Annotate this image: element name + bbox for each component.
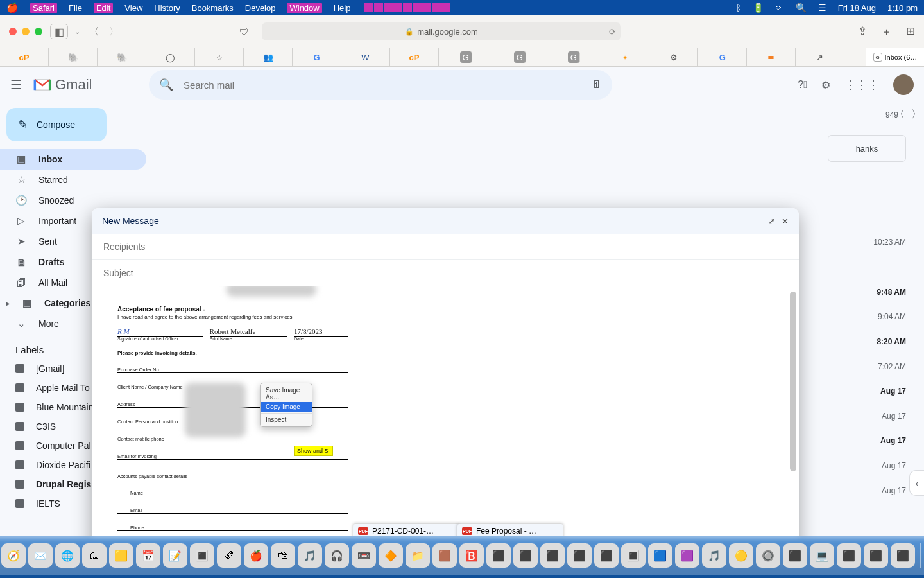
fav-g3[interactable]: G bbox=[514, 51, 526, 63]
search-options-icon[interactable]: 🎚 bbox=[592, 79, 602, 91]
support-icon[interactable]: ?⃝ bbox=[798, 79, 807, 91]
chevron-down-icon[interactable]: ⌄ bbox=[74, 28, 80, 36]
address-bar[interactable]: 🔒 mail.google.com ⟳ bbox=[262, 22, 621, 40]
account-avatar[interactable] bbox=[893, 74, 914, 95]
fav-harvest[interactable]: ◯ bbox=[146, 48, 195, 66]
fav-google1[interactable]: G bbox=[293, 48, 341, 66]
subject-row[interactable] bbox=[92, 260, 799, 286]
menubar-date[interactable]: Fri 18 Aug bbox=[838, 3, 876, 13]
dock-app[interactable]: 🔳 bbox=[190, 543, 214, 568]
dock-app[interactable]: ⬛ bbox=[567, 543, 592, 568]
minimize-icon[interactable]: — bbox=[753, 216, 762, 226]
minimize-window-button[interactable] bbox=[22, 28, 30, 35]
dock-app[interactable]: ⬛ bbox=[513, 543, 538, 568]
dock-app[interactable]: 🎵 bbox=[298, 543, 322, 568]
dock-app[interactable]: 🍎 bbox=[244, 543, 268, 568]
dock-app[interactable]: 🟫 bbox=[432, 543, 457, 568]
dock-app[interactable]: ⬛ bbox=[486, 543, 511, 568]
tab-overview-icon[interactable]: ⊞ bbox=[906, 24, 915, 39]
fav-misc3[interactable]: ↗ bbox=[796, 48, 844, 66]
fav-misc1[interactable]: 🔸 bbox=[601, 48, 649, 66]
fav-cpanel2[interactable]: cP bbox=[390, 48, 439, 66]
dock-app[interactable]: 🔳 bbox=[621, 543, 646, 568]
dock-app[interactable]: 📅 bbox=[136, 543, 160, 568]
sidebar-item-starred[interactable]: ☆Starred bbox=[0, 170, 146, 190]
ctx-save-image[interactable]: Save Image As… bbox=[261, 385, 312, 402]
dock-app[interactable]: ⬛ bbox=[864, 543, 888, 568]
recipients-input[interactable] bbox=[102, 241, 789, 252]
dock-app[interactable]: 🟡 bbox=[729, 543, 753, 568]
menu-develop[interactable]: Develop bbox=[245, 3, 276, 13]
dock-app[interactable]: 📝 bbox=[163, 543, 187, 568]
dock-app[interactable]: 🎧 bbox=[325, 543, 349, 568]
fav-misc2[interactable]: ⚙ bbox=[649, 48, 698, 66]
close-window-button[interactable] bbox=[9, 28, 17, 35]
wifi-icon[interactable]: ᯤ bbox=[775, 3, 784, 13]
browser-tab-inbox[interactable]: G Inbox (6… bbox=[866, 48, 924, 66]
bluetooth-icon[interactable]: ᛒ bbox=[736, 3, 741, 13]
sidebar-item-inbox[interactable]: ▣Inbox bbox=[0, 149, 146, 170]
menu-app[interactable]: Safari bbox=[30, 3, 57, 13]
dock-app[interactable]: 📼 bbox=[352, 543, 376, 568]
fav-pma2[interactable]: 🐘 bbox=[98, 48, 146, 66]
show-and-sign-button[interactable]: Show and Si bbox=[294, 446, 333, 456]
search-bar[interactable]: 🔍 🎚 bbox=[149, 70, 612, 100]
dock-app[interactable]: 🟦 bbox=[648, 543, 672, 568]
dock-app[interactable]: 🟨 bbox=[109, 543, 133, 568]
menu-view[interactable]: View bbox=[124, 3, 142, 13]
google-apps-icon[interactable]: ⋮⋮⋮ bbox=[844, 78, 879, 92]
subject-input[interactable] bbox=[102, 267, 789, 279]
side-panel-toggle[interactable]: ‹ bbox=[909, 470, 924, 496]
prev-page-button[interactable]: 〈 bbox=[894, 108, 905, 121]
next-page-button[interactable]: 〉 bbox=[911, 108, 921, 121]
control-center-icon[interactable]: ☰ bbox=[818, 3, 826, 13]
dock-app[interactable]: ⬛ bbox=[891, 543, 915, 568]
fav-stackoverflow[interactable]: ≣ bbox=[747, 48, 796, 66]
gmail-logo[interactable]: Gmail bbox=[33, 76, 149, 93]
main-menu-icon[interactable]: ☰ bbox=[10, 77, 24, 92]
dock-app[interactable]: 🗞 bbox=[217, 543, 241, 568]
dock-app[interactable]: ✉️ bbox=[28, 543, 53, 568]
macos-menubar[interactable]: 🍎 Safari File Edit View History Bookmark… bbox=[0, 0, 924, 15]
fav-pma1[interactable]: 🐘 bbox=[49, 48, 98, 66]
fav-people[interactable]: 👥 bbox=[244, 48, 293, 66]
dock-app[interactable]: 🔶 bbox=[379, 543, 403, 568]
reload-icon[interactable]: ⟳ bbox=[609, 27, 616, 37]
spotlight-icon[interactable]: 🔍 bbox=[796, 3, 807, 13]
dock-app[interactable]: 🛍 bbox=[271, 543, 295, 568]
compose-scrollbar[interactable] bbox=[790, 292, 796, 471]
ctx-copy-image[interactable]: Copy Image bbox=[261, 402, 312, 412]
dock-app[interactable]: 🎵 bbox=[702, 543, 726, 568]
embedded-document[interactable]: Acceptance of fee proposal - I have read… bbox=[117, 306, 348, 548]
dock-app[interactable]: ⬛ bbox=[837, 543, 861, 568]
dock-app[interactable]: 🟪 bbox=[675, 543, 699, 568]
dock-app[interactable]: ⬛ bbox=[594, 543, 619, 568]
fav-google2[interactable]: G bbox=[698, 48, 747, 66]
settings-icon[interactable]: ⚙ bbox=[821, 79, 830, 91]
dock-app[interactable]: 💻 bbox=[810, 543, 834, 568]
apple-menu-icon[interactable]: 🍎 bbox=[6, 2, 19, 13]
ctx-inspect[interactable]: Inspect bbox=[261, 415, 312, 425]
menu-edit[interactable]: Edit bbox=[94, 3, 113, 13]
fav-g2[interactable]: G bbox=[460, 51, 472, 63]
back-button[interactable]: 〈 bbox=[84, 26, 104, 38]
menu-help[interactable]: Help bbox=[334, 3, 351, 13]
new-tab-icon[interactable]: ＋ bbox=[881, 24, 892, 39]
fullscreen-window-button[interactable] bbox=[35, 28, 42, 35]
compose-body[interactable]: Acceptance of fee proposal - I have read… bbox=[92, 286, 799, 555]
dock-app[interactable]: 🧭 bbox=[1, 543, 26, 568]
expand-icon[interactable]: ⤢ bbox=[768, 216, 775, 226]
compose-button[interactable]: ✎ Compose bbox=[6, 108, 107, 141]
fav-g4[interactable]: G bbox=[568, 51, 580, 63]
recipients-row[interactable] bbox=[92, 234, 799, 260]
search-input[interactable] bbox=[182, 79, 592, 91]
dock-app[interactable]: 📁 bbox=[406, 543, 430, 568]
compose-header[interactable]: New Message — ⤢ ✕ bbox=[92, 208, 799, 234]
safari-sidebar-button[interactable]: ◧ bbox=[50, 24, 68, 39]
dock-app[interactable]: 🗂 bbox=[82, 543, 107, 568]
search-icon[interactable]: 🔍 bbox=[159, 78, 173, 92]
menubar-time[interactable]: 1:10 pm bbox=[887, 3, 918, 13]
menu-window[interactable]: Window bbox=[287, 3, 321, 13]
close-icon[interactable]: ✕ bbox=[782, 216, 789, 226]
fav-word[interactable]: W bbox=[341, 48, 390, 66]
